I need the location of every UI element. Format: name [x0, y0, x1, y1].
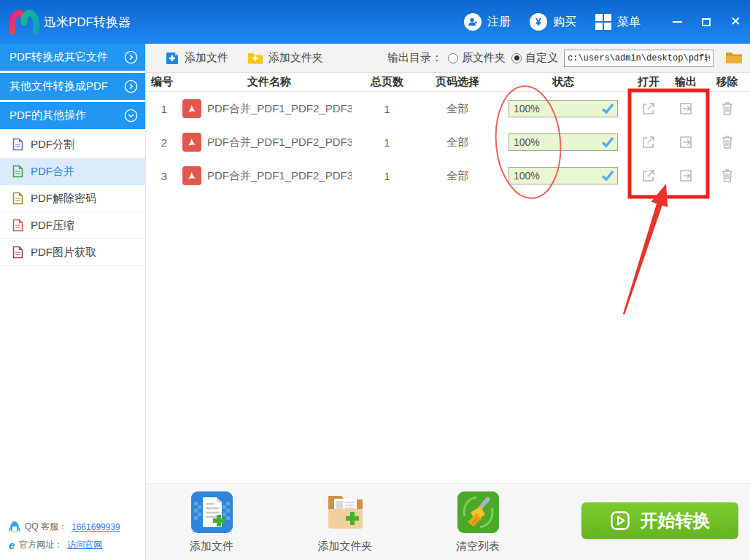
radio-custom-folder[interactable]: 自定义 [511, 51, 558, 65]
chevron-right-circle-icon [124, 79, 138, 93]
table-header: 编号 文件名称 总页数 页码选择 状态 打开 输出 移除 [146, 73, 750, 92]
app-window: 迅米PDF转换器 注册 ¥ 购买 菜单 ✕ [0, 0, 750, 560]
delete-row-button[interactable] [720, 134, 735, 150]
export-arrow-icon [679, 135, 693, 149]
qq-icon [9, 521, 20, 533]
add-file-button[interactable]: 添加文件 [165, 51, 228, 66]
export-arrow-icon [679, 101, 693, 116]
table-row: 3 PDF合并_PDF1_PDF2_PDF3.pdf 1 全部 100% [146, 159, 750, 192]
sidebar: PDF转换成其它文件 其他文件转换成PDF PDF的其他操作 PDF分割 PDF… [0, 44, 146, 560]
header-total-pages: 总页数 [356, 75, 418, 89]
sidebar-category-other-to-pdf[interactable]: 其他文件转换成PDF [0, 73, 145, 100]
page-range[interactable]: 全部 [418, 136, 497, 149]
header-number: 编号 [146, 75, 182, 89]
sidebar-item-pdf-compress[interactable]: PDF压缩 [0, 212, 145, 239]
file-name: PDF合并_PDF1_PDF2_PDF3.pdf [207, 136, 352, 149]
pdf-doc-icon [12, 138, 23, 151]
start-convert-button[interactable]: 开始转换 [581, 502, 738, 539]
official-site-link[interactable]: 访问官网 [67, 539, 102, 551]
play-icon [610, 510, 630, 531]
sidebar-item-pdf-split[interactable]: PDF分割 [0, 131, 145, 158]
open-output-button[interactable] [679, 168, 693, 183]
open-file-button[interactable] [641, 168, 657, 184]
header-open: 打开 [630, 75, 668, 89]
folder-icon [725, 51, 743, 65]
table-row: 2 PDF合并_PDF1_PDF2_PDF3.pdf 1 全部 100% [146, 125, 750, 159]
yen-icon: ¥ [530, 13, 547, 31]
trash-icon [720, 134, 735, 150]
close-button[interactable]: ✕ [730, 16, 741, 28]
header-filename: 文件名称 [182, 75, 356, 89]
buy-button[interactable]: ¥ 购买 [530, 13, 576, 31]
sidebar-item-pdf-merge[interactable]: PDF合并 [0, 158, 145, 185]
pdf-doc-icon [12, 165, 23, 178]
progress-bar: 100% [509, 167, 618, 184]
chevron-down-circle-icon [124, 109, 138, 122]
maximize-icon [702, 18, 711, 26]
pdf-doc-icon [12, 246, 23, 259]
row-number: 3 [146, 170, 182, 182]
qq-number-link[interactable]: 1661699939 [71, 522, 120, 532]
add-file-big-button[interactable]: 添加文件 [171, 491, 252, 553]
sidebar-category-pdf-to-other[interactable]: PDF转换成其它文件 [0, 44, 145, 71]
header-status: 状态 [497, 75, 630, 89]
header-output: 输出 [668, 75, 704, 89]
browse-folder-button[interactable] [725, 51, 743, 65]
header-page-select: 页码选择 [418, 75, 497, 89]
trash-icon [720, 168, 735, 184]
open-output-button[interactable] [679, 135, 693, 149]
check-icon [601, 170, 614, 182]
menu-grid-icon [595, 14, 611, 30]
delete-row-button[interactable] [720, 168, 735, 184]
pdf-file-icon [182, 166, 201, 185]
buy-label: 购买 [553, 15, 576, 30]
maximize-button[interactable] [700, 16, 712, 28]
pdf-file-icon [182, 133, 201, 152]
radio-original-folder[interactable]: 原文件夹 [448, 51, 506, 65]
sidebar-item-pdf-extract-images[interactable]: PDF图片获取 [0, 239, 145, 266]
titlebar: 迅米PDF转换器 注册 ¥ 购买 菜单 ✕ [0, 0, 750, 44]
add-folder-big-icon [325, 491, 366, 533]
external-link-icon [641, 168, 657, 184]
external-link-icon [641, 101, 657, 117]
add-folder-icon [247, 52, 263, 65]
sidebar-item-pdf-remove-password[interactable]: PDF解除密码 [0, 185, 145, 212]
register-label: 注册 [487, 15, 511, 30]
add-file-big-icon [191, 491, 233, 533]
external-link-icon [641, 134, 657, 150]
add-folder-big-button[interactable]: 添加文件夹 [305, 491, 385, 553]
total-pages: 1 [356, 136, 418, 149]
register-user-icon [464, 13, 482, 31]
qq-service-label: QQ 客服： [25, 521, 67, 533]
minimize-icon [673, 21, 682, 23]
progress-bar: 100% [509, 133, 618, 151]
sidebar-category-pdf-other-ops[interactable]: PDF的其他操作 [0, 102, 145, 129]
sidebar-footer: QQ 客服： 1661699939 e 官方网址： 访问官网 [9, 515, 120, 551]
open-file-button[interactable] [641, 101, 657, 117]
output-path-input[interactable] [564, 50, 714, 67]
pdf-doc-icon [12, 192, 23, 205]
clear-list-big-button[interactable]: 清空列表 [438, 491, 518, 553]
register-button[interactable]: 注册 [464, 13, 511, 31]
bottom-action-bar: 添加文件 添加文件夹 清空列表 [146, 483, 750, 560]
progress-bar: 100% [509, 100, 618, 117]
pdf-file-icon [182, 99, 201, 118]
ie-browser-icon: e [9, 539, 15, 551]
row-number: 2 [146, 136, 182, 149]
page-range[interactable]: 全部 [418, 169, 497, 183]
radio-circle-icon [448, 53, 458, 63]
menu-button[interactable]: 菜单 [595, 14, 641, 30]
official-site-label: 官方网址： [19, 539, 63, 551]
add-folder-button[interactable]: 添加文件夹 [247, 51, 323, 65]
export-arrow-icon [679, 168, 693, 183]
open-file-button[interactable] [641, 134, 657, 150]
annotation-arrow [623, 184, 668, 314]
open-output-button[interactable] [679, 101, 693, 116]
menu-label: 菜单 [617, 15, 641, 30]
chevron-right-circle-icon [124, 50, 138, 64]
close-icon: ✕ [730, 16, 741, 28]
page-range[interactable]: 全部 [418, 102, 497, 116]
delete-row-button[interactable] [720, 101, 735, 117]
check-icon [601, 103, 614, 114]
minimize-button[interactable] [671, 16, 683, 28]
